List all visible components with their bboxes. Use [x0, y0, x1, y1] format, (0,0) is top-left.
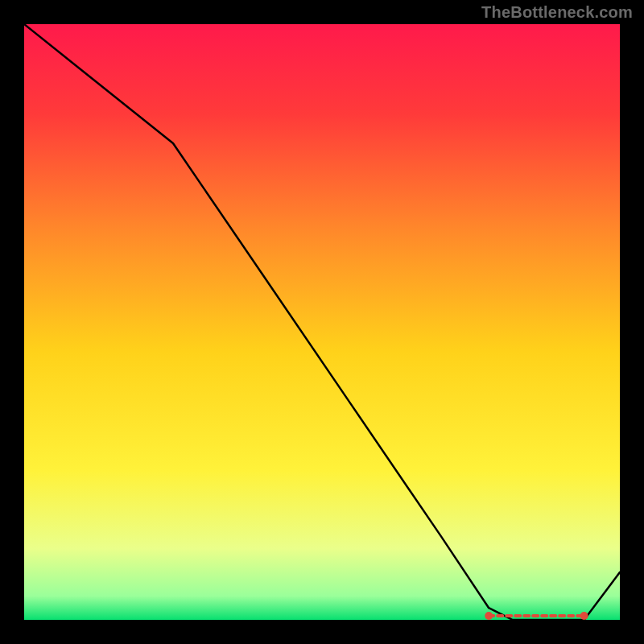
- gradient-background: [24, 24, 620, 620]
- svg-point-1: [485, 612, 493, 620]
- watermark-text: TheBottleneck.com: [481, 3, 633, 22]
- plot-area: [24, 24, 620, 620]
- chart-svg: [24, 24, 620, 620]
- chart-container: TheBottleneck.com: [0, 0, 644, 644]
- svg-point-2: [580, 612, 588, 620]
